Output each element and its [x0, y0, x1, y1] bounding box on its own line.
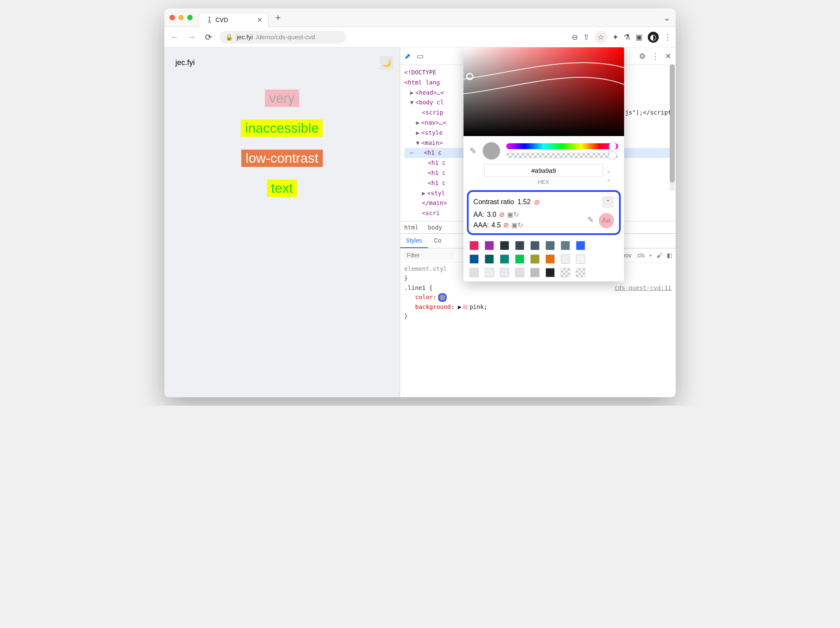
contrast-value: 1.52 [518, 198, 531, 206]
contrast-eyedropper-icon[interactable]: ✎ [587, 215, 594, 224]
dark-mode-toggle[interactable]: 🌙 [379, 56, 394, 70]
palette-swatch[interactable] [545, 254, 555, 264]
profile-button[interactable]: ◐ [648, 32, 659, 43]
sample-inaccessible: inaccessible [241, 120, 323, 137]
browser-tab[interactable]: 🧑‍🦯 CVD ✕ [199, 13, 269, 27]
labs-icon[interactable]: ⚗ [624, 33, 630, 42]
device-toggle-icon[interactable]: ▭ [417, 52, 424, 61]
new-rule-icon[interactable]: + [649, 252, 652, 259]
palette-swatch[interactable] [469, 254, 479, 264]
fail-icon: ⊘ [499, 210, 505, 218]
palette-swatch[interactable] [469, 268, 479, 277]
computed-icon[interactable]: 🖌 [657, 252, 663, 259]
palette-swatch[interactable] [485, 268, 494, 277]
settings-icon[interactable]: ⚙ [639, 52, 646, 61]
palette-swatch[interactable] [500, 254, 509, 264]
close-devtools-icon[interactable]: ✕ [665, 52, 671, 61]
site-brand: jec.fyi [175, 58, 195, 67]
panel-icon[interactable]: ▣ [635, 33, 643, 42]
devtools-panel: ⬈ ▭ ⚙ ⋮ ✕ <!DOCTYPE <html lang ▶<head>…<… [400, 47, 676, 397]
bg-swap-icon[interactable]: ▣↻ [511, 221, 523, 229]
eyedropper-icon[interactable]: ✎ [469, 146, 477, 156]
url-domain: jec.fyi [237, 33, 253, 41]
address-bar-row: ← → ⟳ 🔒 jec.fyi/demo/cds-quest-cvd ⊖ ⇧ ☆… [164, 27, 676, 47]
tab-close-icon[interactable]: ✕ [257, 16, 262, 24]
maximize-window-icon[interactable] [187, 15, 193, 20]
tabs-dropdown-icon[interactable]: ⌄ [663, 13, 671, 23]
window-controls [169, 15, 193, 20]
toolbar-icons: ⊖ ⇧ ☆ ✦ ⚗ ▣ ◐ ⋮ [572, 31, 671, 44]
palette-swatch[interactable] [561, 241, 570, 250]
back-button[interactable]: ← [169, 32, 180, 42]
palette-swatch[interactable] [576, 241, 585, 250]
reload-button[interactable]: ⟳ [202, 32, 214, 42]
filter-input[interactable] [404, 250, 454, 260]
palette-swatch-transparent[interactable] [561, 268, 570, 277]
contrast-label: Contrast ratio [474, 198, 514, 206]
inspect-icon[interactable]: ⬈ [404, 52, 411, 61]
rendered-page: jec.fyi 🌙 very inaccessible low-contrast… [164, 47, 400, 397]
palette-swatch[interactable] [515, 268, 524, 277]
collapse-icon[interactable]: ⌃ [602, 196, 614, 208]
bg-swatch[interactable] [463, 305, 468, 309]
color-picker-popover: ✎ HEX ⌃⌄ Contrast ratio [464, 47, 624, 281]
palette-swatch[interactable] [545, 241, 555, 250]
sample-badge: Aa [599, 213, 614, 228]
palette-swatch[interactable] [561, 254, 570, 264]
tab-computed[interactable]: Co [428, 234, 447, 248]
fail-icon: ⊘ [503, 221, 509, 229]
source-link[interactable]: cds-quest-cvd:11 [614, 283, 671, 292]
menu-icon[interactable]: ⋮ [664, 33, 671, 42]
palette-swatch[interactable] [500, 268, 509, 277]
palette-swatch[interactable] [530, 268, 540, 277]
new-tab-button[interactable]: + [275, 12, 281, 23]
share-icon[interactable]: ⇧ [583, 33, 589, 42]
close-window-icon[interactable] [169, 15, 175, 20]
hue-handle[interactable] [609, 142, 616, 150]
bookmark-icon[interactable]: ☆ [595, 31, 607, 44]
sample-low-contrast: low-contrast [241, 150, 323, 167]
spectrum-area[interactable] [464, 47, 624, 136]
extensions-icon[interactable]: ✦ [612, 33, 619, 42]
fail-icon: ⊘ [534, 198, 540, 206]
contrast-section: Contrast ratio 1.52 ⊘ ⌃ AA: 3.0 ⊘ ▣↻ AAA… [467, 190, 621, 235]
palette-swatch[interactable] [515, 254, 524, 264]
palette-swatch[interactable] [530, 254, 540, 264]
more-icon[interactable]: ⋮ [652, 52, 659, 61]
favicon: 🧑‍🦯 [205, 16, 212, 23]
forward-button: → [185, 32, 197, 42]
titlebar: 🧑‍🦯 CVD ✕ + ⌄ [164, 8, 676, 27]
browser-window: 🧑‍🦯 CVD ✕ + ⌄ ← → ⟳ 🔒 jec.fyi/demo/cds-q… [164, 8, 676, 397]
sample-very: very [265, 90, 299, 107]
format-spinner[interactable]: ⌃⌄ [606, 170, 611, 182]
palette-grid [464, 238, 624, 281]
palette-swatch-transparent[interactable] [576, 268, 585, 277]
palette-swatch[interactable] [485, 254, 494, 264]
palette-swatch[interactable] [545, 268, 555, 277]
palette-swatch[interactable] [469, 241, 479, 250]
hex-label: HEX [538, 179, 549, 185]
address-bar[interactable]: 🔒 jec.fyi/demo/cds-quest-cvd [219, 31, 346, 44]
palette-swatch[interactable] [515, 241, 524, 250]
sample-text: text [267, 180, 297, 197]
scrollbar[interactable] [670, 64, 675, 191]
cls-toggle[interactable]: .cls [636, 252, 645, 259]
lock-icon: 🔒 [225, 33, 233, 41]
hue-slider[interactable] [506, 143, 618, 149]
alpha-handle[interactable] [609, 152, 616, 159]
zoom-icon[interactable]: ⊖ [572, 33, 578, 42]
minimize-window-icon[interactable] [178, 15, 184, 20]
color-swatch-selected[interactable] [438, 293, 447, 302]
palette-swatch[interactable] [500, 241, 509, 250]
tab-styles[interactable]: Styles [400, 234, 428, 248]
sidebar-icon[interactable]: ◧ [667, 252, 672, 259]
palette-swatch[interactable] [530, 241, 540, 250]
sample-list: very inaccessible low-contrast text [173, 90, 391, 197]
bg-swap-icon[interactable]: ▣↻ [507, 210, 519, 218]
sv-handle[interactable] [466, 73, 474, 80]
palette-swatch[interactable] [485, 241, 494, 250]
hex-input[interactable] [484, 164, 603, 177]
palette-swatch[interactable] [576, 254, 585, 264]
alpha-slider[interactable] [506, 153, 618, 158]
current-color-circle [483, 142, 500, 160]
